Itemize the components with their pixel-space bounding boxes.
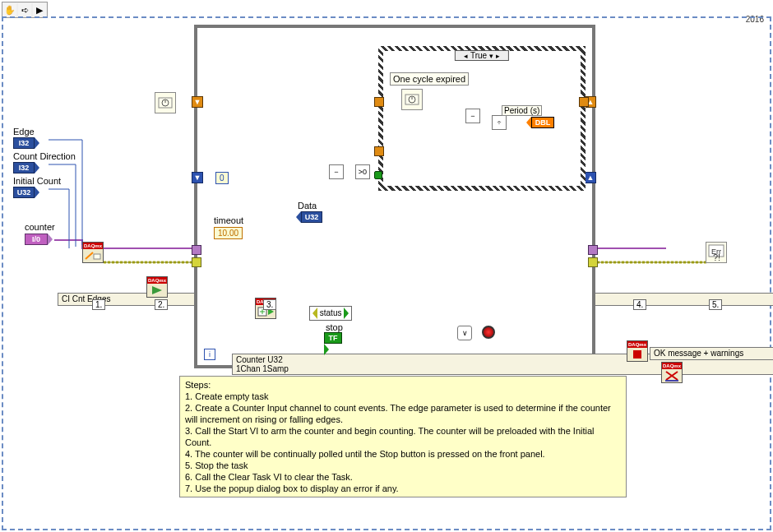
loop-tunnel-error-in bbox=[192, 257, 201, 267]
pan-tool-icon[interactable]: ✋ bbox=[3, 3, 16, 16]
step-5-badge: 5. bbox=[709, 299, 722, 310]
stop-label: stop bbox=[326, 322, 343, 332]
zero-constant[interactable]: 0 bbox=[215, 172, 229, 184]
daqmx-stop-task[interactable]: DAQmx bbox=[627, 340, 648, 362]
steps-l7: 7. Use the popup dialog box to display a… bbox=[185, 483, 621, 494]
steps-l5: 5. Stop the task bbox=[185, 460, 621, 471]
case-next2-icon[interactable]: ▸ bbox=[496, 52, 500, 60]
steps-l6: 6. Call the Clear Task VI to clear the T… bbox=[185, 471, 621, 483]
period-indicator[interactable]: DBL bbox=[526, 117, 554, 128]
clear-task-icon bbox=[662, 369, 682, 382]
shift-register-right-count[interactable]: ▲ bbox=[585, 172, 596, 183]
steps-title: Steps: bbox=[185, 379, 621, 391]
case-tunnel-ts-in bbox=[374, 146, 384, 156]
initial-count-control[interactable]: U32 bbox=[13, 187, 39, 198]
daqmx-clear-task[interactable]: DAQmx bbox=[661, 362, 683, 383]
data-label: Data bbox=[298, 201, 317, 210]
subtract-node[interactable]: − bbox=[329, 164, 344, 179]
divide-node[interactable]: ÷ bbox=[492, 115, 507, 130]
unbundle-status[interactable]: status bbox=[309, 306, 352, 321]
bd-toolbar: ✋ ➪ ▶ bbox=[2, 2, 48, 18]
steps-comment: Steps: 1. Create empty task 2. Create a … bbox=[179, 376, 627, 497]
counter-label: counter bbox=[25, 222, 55, 232]
loop-stop-terminal[interactable] bbox=[482, 326, 495, 339]
case-selector[interactable]: ◂ True ▾ ▸ bbox=[455, 50, 509, 61]
count-direction-control[interactable]: I32 bbox=[13, 162, 39, 173]
tick-count-icon[interactable] bbox=[401, 89, 423, 110]
terminal-icon bbox=[324, 344, 329, 355]
subtract-ts-node[interactable]: − bbox=[465, 109, 480, 123]
timeout-label: timeout bbox=[214, 215, 243, 225]
run-tool-icon[interactable]: ▶ bbox=[33, 3, 46, 16]
u32-icon: U32 bbox=[13, 187, 35, 198]
edge-control[interactable]: I32 bbox=[13, 137, 39, 149]
initial-count-label: Initial Count bbox=[13, 176, 61, 186]
poly-line1: Counter U32 bbox=[236, 355, 283, 364]
step-3-badge: 3. bbox=[263, 299, 276, 310]
steps-l2: 2. Create a Counter Input channel to cou… bbox=[185, 402, 621, 425]
loop-tunnel-error-out bbox=[588, 257, 598, 267]
terminal-icon bbox=[35, 187, 39, 198]
terminal-icon bbox=[48, 234, 53, 245]
shift-register-left-ts[interactable]: ▼ bbox=[192, 96, 203, 108]
simple-error-handler[interactable]: Err?! bbox=[706, 242, 727, 263]
timeout-constant[interactable]: 10.00 bbox=[214, 227, 243, 239]
step-1-badge: 1. bbox=[92, 299, 105, 310]
daqmx-banner: DAQmx bbox=[147, 277, 167, 284]
case-tunnel-ts-out bbox=[579, 97, 589, 107]
dbl-icon: DBL bbox=[531, 117, 554, 128]
or-gate[interactable]: ∨ bbox=[457, 326, 472, 340]
steps-l3: 3. Call the Start VI to arm the counter … bbox=[185, 425, 621, 448]
shift-register-left-count[interactable]: ▼ bbox=[192, 172, 203, 183]
greater-than-zero-node[interactable]: >0 bbox=[355, 164, 370, 179]
edge-label: Edge bbox=[13, 127, 35, 136]
case-tunnel-ts-top bbox=[374, 97, 384, 107]
status-item-label: status bbox=[320, 308, 342, 317]
period-label: Period (s) bbox=[502, 105, 542, 116]
counter-control[interactable]: I/0 bbox=[25, 234, 53, 245]
tf-icon: TF bbox=[324, 332, 342, 344]
daqmx-banner: DAQmx bbox=[627, 341, 647, 348]
case-structure[interactable]: ◂ True ▾ ▸ bbox=[378, 46, 586, 191]
case-next-icon[interactable]: ▾ bbox=[489, 52, 493, 60]
loop-tunnel-task-out bbox=[588, 245, 598, 255]
create-channel-icon bbox=[83, 249, 103, 262]
svg-rect-1 bbox=[94, 254, 100, 259]
terminal-icon bbox=[35, 137, 39, 149]
step-4-badge: 4. bbox=[633, 299, 646, 310]
loop-tunnel-task-in bbox=[192, 245, 201, 255]
u32-icon: U32 bbox=[301, 211, 322, 223]
start-task-icon bbox=[147, 284, 167, 297]
svg-text:?!: ?! bbox=[713, 252, 720, 262]
svg-marker-2 bbox=[152, 286, 162, 294]
data-indicator[interactable]: U32 bbox=[296, 211, 322, 223]
case-comment: One cycle expired bbox=[390, 72, 469, 86]
case-prev-icon[interactable]: ◂ bbox=[464, 52, 468, 60]
poly-line2: 1Chan 1Samp bbox=[236, 364, 289, 373]
stop-control[interactable]: TF bbox=[324, 332, 342, 355]
steps-l1: 1. Create empty task bbox=[185, 391, 621, 402]
svg-rect-11 bbox=[633, 350, 641, 359]
arrow-tool-icon[interactable]: ➪ bbox=[18, 3, 31, 16]
i32-icon: I32 bbox=[13, 162, 35, 173]
stop-task-icon bbox=[627, 348, 647, 361]
error-handler-selector[interactable]: OK message + warnings bbox=[650, 347, 773, 360]
i32-icon: I32 bbox=[13, 137, 35, 149]
bool-out-icon bbox=[344, 308, 349, 319]
daqmx-create-channel[interactable]: DAQmx bbox=[82, 242, 104, 263]
count-direction-label: Count Direction bbox=[13, 151, 76, 161]
loop-iteration-terminal[interactable]: i bbox=[204, 349, 215, 360]
svg-line-0 bbox=[86, 252, 93, 259]
case-selector-terminal bbox=[374, 171, 382, 179]
tick-count-initial-icon[interactable] bbox=[155, 92, 176, 113]
terminal-icon bbox=[35, 162, 39, 173]
io-channel-icon: I/0 bbox=[25, 234, 48, 245]
cluster-in-icon bbox=[312, 308, 317, 319]
case-value: True bbox=[470, 51, 487, 60]
step-2-badge: 2. bbox=[155, 299, 168, 310]
daqmx-start-task[interactable]: DAQmx bbox=[146, 276, 168, 298]
daqmx-banner: DAQmx bbox=[662, 363, 682, 369]
daqmx-banner: DAQmx bbox=[83, 243, 103, 249]
steps-l4: 4. The counter will be continually polle… bbox=[185, 448, 621, 460]
